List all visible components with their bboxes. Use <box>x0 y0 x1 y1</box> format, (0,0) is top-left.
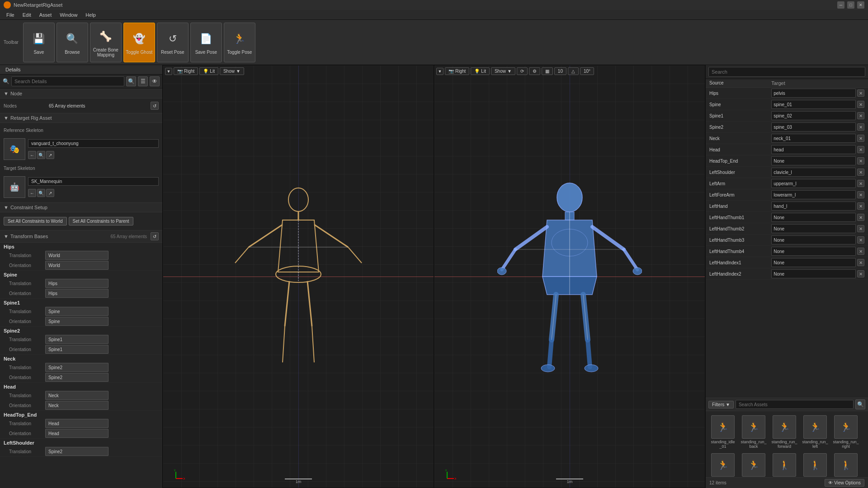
bone-row-lefthand-mapping: LeftHand hand_l ✕ <box>706 201 868 212</box>
menu-help[interactable]: Help <box>82 11 99 19</box>
menu-asset[interactable]: Asset <box>36 11 56 19</box>
target-headtop-clear[interactable]: ✕ <box>857 157 864 164</box>
target-skeleton-search-button[interactable]: 🔍 <box>37 189 45 197</box>
asset-item-run-back[interactable]: 🏃 standing_run_back <box>739 414 768 450</box>
menu-edit[interactable]: Edit <box>19 11 35 19</box>
asset-item-run-forward[interactable]: 🏃 standing_run_forward <box>770 414 799 450</box>
asset-item-walk-back[interactable]: 🚶 standing_walk_back <box>770 452 799 477</box>
target-leftthumb3-dropdown[interactable]: None <box>771 235 856 244</box>
set-all-constraints-parent-button[interactable]: Set All Constraints to Parent <box>69 217 133 225</box>
target-spine1-clear[interactable]: ✕ <box>857 112 864 119</box>
target-spine2-clear[interactable]: ✕ <box>857 123 864 131</box>
ref-skeleton-open-button[interactable]: ↗ <box>46 151 54 159</box>
target-spine2-dropdown[interactable]: spine_03 <box>771 122 856 131</box>
search-options-button[interactable]: ☰ <box>138 76 148 86</box>
target-head-dropdown[interactable]: head <box>771 145 856 154</box>
asset-item-turn-left[interactable]: 🏃 standing_turn_90_left <box>708 452 737 477</box>
asset-search-input[interactable] <box>736 400 854 409</box>
target-lefthand-clear[interactable]: ✕ <box>857 202 864 210</box>
menu-window[interactable]: Window <box>56 11 81 19</box>
target-leftthumb4-clear[interactable]: ✕ <box>857 248 864 255</box>
target-leftthumb3-clear[interactable]: ✕ <box>857 236 864 244</box>
right-vp-angle2-btn[interactable]: 10° <box>580 67 594 75</box>
target-leftindex1-clear[interactable]: ✕ <box>857 259 864 266</box>
ref-skeleton-search-button[interactable]: 🔍 <box>37 151 45 159</box>
bone-search-input[interactable] <box>708 67 865 77</box>
target-leftthumb2-dropdown[interactable]: None <box>771 224 856 233</box>
target-hips-dropdown[interactable]: pelvis <box>771 89 856 98</box>
reset-pose-button[interactable]: ↺ Reset Pose <box>157 23 189 62</box>
asset-item-run-right[interactable]: 🏃 standing_run_right <box>831 414 860 450</box>
left-vp-view-button[interactable]: 📷 Right <box>174 67 198 75</box>
right-vp-grid-btn[interactable]: ▦ <box>542 67 553 75</box>
left-viewport[interactable]: ▼ 📷 Right 💡 Lit Show ▼ <box>163 65 434 488</box>
target-leftthumb1-dropdown[interactable]: None <box>771 213 856 222</box>
target-leftindex2-clear[interactable]: ✕ <box>857 270 864 277</box>
target-headtop-dropdown[interactable]: None <box>771 156 856 165</box>
toggle-ghost-button[interactable]: 👻 Toggle Ghost <box>123 23 155 62</box>
menu-file[interactable]: File <box>3 11 18 19</box>
asset-item-turn-right[interactable]: 🏃 standing_turn_90_right <box>739 452 768 477</box>
left-vp-show-button[interactable]: Show ▼ <box>220 67 244 75</box>
asset-search-button[interactable]: 🔍 <box>855 399 865 409</box>
right-vp-lit-button[interactable]: 💡 Lit <box>471 67 490 75</box>
target-skeleton-back-button[interactable]: ← <box>28 189 36 197</box>
target-leftthumb1-clear[interactable]: ✕ <box>857 214 864 221</box>
search-details-input[interactable] <box>11 76 124 86</box>
asset-item-standing-idle[interactable]: 🏃 standing_idle_01 <box>708 414 737 450</box>
ref-skeleton-back-button[interactable]: ← <box>28 151 36 159</box>
right-vp-num-btn[interactable]: 10 <box>554 67 566 75</box>
target-neck-dropdown[interactable]: neck_01 <box>771 134 856 143</box>
transform-bases-section-header[interactable]: ▼ Transform Bases 65 Array elements ↺ <box>0 230 162 243</box>
target-leftthumb2-clear[interactable]: ✕ <box>857 225 864 232</box>
nodes-refresh-button[interactable]: ↺ <box>151 102 159 110</box>
visibility-toggle-button[interactable]: 👁 <box>150 76 160 86</box>
minimize-button[interactable]: ─ <box>837 1 844 9</box>
right-vp-expand-button[interactable]: ▼ <box>436 68 443 75</box>
create-bone-mapping-button[interactable]: 🦴 Create Bone Mapping <box>90 23 122 62</box>
target-leftforearm-dropdown[interactable]: lowerarm_l <box>771 190 856 199</box>
target-leftindex2-dropdown[interactable]: None <box>771 269 856 278</box>
constraint-setup-section-header[interactable]: ▼ Constraint Setup <box>0 202 162 212</box>
right-vp-extra1[interactable]: ⟳ <box>517 67 528 75</box>
right-viewport[interactable]: ▼ 📷 Right 💡 Lit Show ▼ ⟳ ⚙ <box>434 65 705 488</box>
right-vp-show-button[interactable]: Show ▼ <box>491 67 515 75</box>
asset-item-walk-forward[interactable]: 🚶 standing_walk_forward <box>801 452 830 477</box>
right-vp-angle-btn[interactable]: △ <box>568 67 579 75</box>
target-leftthumb4-dropdown[interactable]: None <box>771 247 856 256</box>
target-head-clear[interactable]: ✕ <box>857 146 864 153</box>
save-button[interactable]: 💾 Save <box>23 23 55 62</box>
filters-button[interactable]: Filters ▼ <box>708 401 734 408</box>
target-leftarm-clear[interactable]: ✕ <box>857 180 864 187</box>
close-button[interactable]: ✕ <box>857 1 864 9</box>
left-vp-expand-button[interactable]: ▼ <box>165 68 172 75</box>
right-vp-extra2[interactable]: ⚙ <box>529 67 540 75</box>
right-vp-view-button[interactable]: 📷 Right <box>445 67 469 75</box>
view-options-button[interactable]: 👁 View Options <box>825 479 864 487</box>
asset-item-run-left[interactable]: 🏃 standing_run_left <box>801 414 830 450</box>
target-spine-dropdown[interactable]: spine_01 <box>771 100 856 109</box>
node-section-header[interactable]: ▼ Node <box>0 89 162 99</box>
target-leftindex1-dropdown[interactable]: None <box>771 258 856 267</box>
save-pose-button[interactable]: 📄 Save Pose <box>190 23 222 62</box>
set-all-constraints-world-button[interactable]: Set All Constraints to World <box>4 217 67 225</box>
details-tab[interactable]: Details <box>0 65 162 75</box>
search-submit-button[interactable]: 🔍 <box>126 76 136 86</box>
target-leftshoulder-dropdown[interactable]: clavicle_l <box>771 168 856 177</box>
target-hips-clear[interactable]: ✕ <box>857 89 864 97</box>
target-lefthand-dropdown[interactable]: hand_l <box>771 202 856 211</box>
target-neck-clear[interactable]: ✕ <box>857 135 864 142</box>
retarget-rig-section-header[interactable]: ▼ Retarget Rig Asset <box>0 113 162 123</box>
toggle-pose-button[interactable]: 🏃 Toggle Pose <box>224 23 255 62</box>
target-leftarm-dropdown[interactable]: upperarm_l <box>771 179 856 188</box>
left-vp-lit-button[interactable]: 💡 Lit <box>199 67 218 75</box>
maximize-button[interactable]: □ <box>847 1 854 9</box>
target-skeleton-open-button[interactable]: ↗ <box>46 189 54 197</box>
browse-button[interactable]: 🔍 Browse <box>57 23 88 62</box>
target-spine-clear[interactable]: ✕ <box>857 101 864 108</box>
target-leftforearm-clear[interactable]: ✕ <box>857 191 864 198</box>
asset-item-walk-left[interactable]: 🚶 standing_walk_left <box>831 452 860 477</box>
target-leftshoulder-clear[interactable]: ✕ <box>857 169 864 176</box>
target-spine1-dropdown[interactable]: spine_02 <box>771 111 856 120</box>
transform-bases-refresh[interactable]: ↺ <box>151 232 159 240</box>
